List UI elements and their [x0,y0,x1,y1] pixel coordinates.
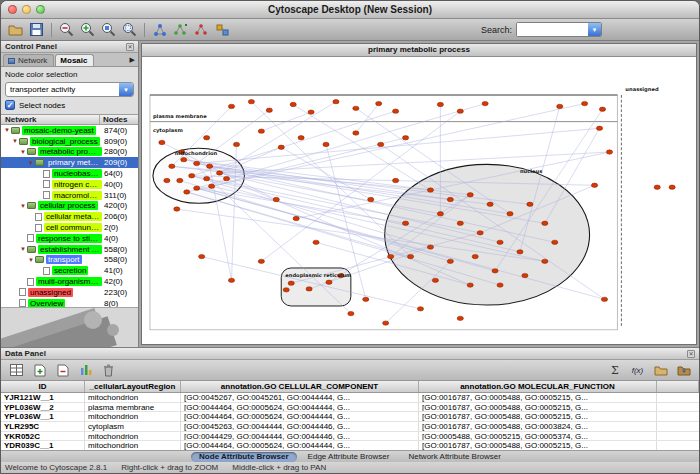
select-attributes-icon[interactable] [7,361,26,379]
tree-row[interactable]: nitrogen compo...40(0) [1,179,138,190]
toolbar-separator [51,23,52,37]
column-header[interactable]: annotation.GO CELLULAR_COMPONENT [181,381,419,392]
tab-edge-attribute-browser[interactable]: Edge Attribute Browser [300,452,398,462]
expander-icon[interactable]: ▼ [19,149,27,155]
close-button[interactable] [8,5,17,14]
create-attribute-icon[interactable] [30,361,49,379]
data-panel-toolbar-right: Σ f(x) [605,361,693,379]
tree-row[interactable]: macromolecule...311(0) [1,190,138,201]
attribute-table-body: YJR121W__1mitochondrion[GO:0045267, GO:0… [1,393,699,450]
tree-header-nodes[interactable]: Nodes [100,115,138,124]
zoom-selected-icon[interactable] [99,21,118,39]
equation-icon[interactable]: Σ [605,361,624,379]
tree-row-nodes-count: 41(0) [102,266,138,275]
attribute-table-header: ID_cellularLayoutRegionannotation.GO CEL… [1,381,699,393]
table-cell: mitochondrion [85,393,181,402]
tree-row-label: cellular process [38,201,98,210]
table-row[interactable]: YPL036W__1mitochondrion[GO:0044464, GO:0… [1,412,699,422]
float-panel-icon[interactable]: ✕ [126,43,134,51]
function-builder-icon[interactable]: f(x) [628,361,647,379]
tree-row[interactable]: ▼cellular process420(0) [1,201,138,212]
expander-icon[interactable]: ▼ [11,138,19,144]
tree-row[interactable]: unassigned223(0) [1,287,138,298]
tree-row-label: response to stimu... [36,234,102,243]
tree-row-nodes-count: 311(0) [102,191,138,200]
select-nodes-checkbox[interactable]: ✓ [5,100,15,110]
tree-row[interactable]: response to stimu...4(0) [1,233,138,244]
expander-icon[interactable]: ▼ [27,257,35,263]
zoom-out-icon[interactable] [57,21,76,39]
table-row[interactable]: YDR039C__1mitochondrion[GO:0044464, GO:0… [1,441,699,450]
table-row[interactable]: YLR295Ccytoplasm[GO:0045263, GO:0044444,… [1,422,699,432]
expander-icon[interactable]: ▼ [19,246,27,252]
tree-row[interactable]: cell communica...2(0) [1,222,138,233]
column-header[interactable]: annotation.GO MOLECULAR_FUNCTION [419,381,657,392]
tree-row[interactable]: ▼primary metabo...209(0) [1,157,138,168]
function-builder-label: f(x) [632,366,644,375]
column-header[interactable]: _cellularLayoutRegion [85,381,181,392]
tree-row[interactable]: multi-organism pro...42(0) [1,276,138,287]
expander-icon[interactable]: ▼ [27,160,35,166]
tree-row-label: nucleobase... [52,169,102,178]
page-icon [27,234,34,242]
tree-row[interactable]: secretion41(0) [1,265,138,276]
tree-row[interactable]: Overview8(0) [1,298,138,307]
search-input[interactable] [517,23,588,36]
table-cell: YJR121W__1 [1,393,85,402]
page-icon [19,288,26,296]
tab-mosaic[interactable]: Mosaic [55,54,94,66]
minimize-button[interactable] [22,5,31,14]
tab-network-attribute-browser[interactable]: Network Attribute Browser [400,452,508,462]
delete-attribute-icon[interactable] [53,361,72,379]
tree-row-nodes-count: 558(0) [102,255,138,264]
float-panel-icon[interactable]: ✕ [687,350,695,358]
import-table-icon[interactable] [674,361,693,379]
tree-row[interactable]: ▼biological_process809(0) [1,136,138,147]
node-color-dropdown[interactable]: transporter activity ▼ [5,82,134,97]
tree-row-label: nitrogen compo... [52,180,102,189]
attribute-table: ID_cellularLayoutRegionannotation.GO CEL… [1,381,699,450]
network-canvas[interactable]: plasma membranecytoplasmmitochondrionnuc… [142,57,696,344]
search-dropdown-icon[interactable]: ▼ [588,23,601,36]
network-canvas-svg[interactable]: plasma membranecytoplasmmitochondrionnuc… [142,57,696,344]
create-network-icon[interactable] [171,21,190,39]
network-tab-icon [8,58,15,64]
svg-text:endoplasmic reticulum: endoplasmic reticulum [285,272,351,279]
table-cell: plasma membrane [85,403,181,412]
table-row[interactable]: YPL036W__2plasma membrane[GO:0044464, GO… [1,403,699,413]
table-row[interactable]: YKR052Cmitochondrion[GO:0044429, GO:0044… [1,432,699,442]
toolbar-separator [144,23,145,37]
tab-network[interactable]: Network [3,54,54,66]
tree-row[interactable]: ▼mosaic-demo-yeast874(0) [1,125,138,136]
table-cell: [GO:0016787, GO:0005488, GO:0005215, G..… [419,412,657,421]
collapse-panel-icon[interactable]: ▶ [130,56,135,64]
network-view-title[interactable]: primary metabolic process [142,44,696,57]
tab-node-attribute-browser[interactable]: Node Attribute Browser [191,452,297,462]
page-icon [35,224,42,232]
tree-row[interactable]: nucleobase...64(0) [1,168,138,179]
table-cell: [GO:0044464, GO:0005624, GO:0044444, G..… [181,412,419,421]
destroy-network-icon[interactable] [192,21,211,39]
zoom-in-icon[interactable] [78,21,97,39]
attribute-batch-editor-icon[interactable] [76,361,95,379]
vizmapper-icon[interactable] [213,21,232,39]
tree-row[interactable]: ▼metabolic process280(0) [1,147,138,158]
main-area: Control Panel ✕ Network Mosaic ▶ Node co… [1,41,699,347]
tree-row[interactable]: ▼transport558(0) [1,255,138,266]
tree-header-network[interactable]: Network [1,115,100,124]
trash-icon[interactable] [99,361,118,379]
window-titlebar[interactable]: Cytoscape Desktop (New Session) [1,1,699,19]
open-folder-icon[interactable] [651,361,670,379]
zoom-button[interactable] [36,5,45,14]
zoom-fit-icon[interactable] [120,21,139,39]
table-cell: [GO:0016787, GO:0005488, GO:0003824, G..… [419,422,657,431]
network-overview-icon[interactable] [150,21,169,39]
table-row[interactable]: YJR121W__1mitochondrion[GO:0045267, GO:0… [1,393,699,403]
column-header[interactable]: ID [1,381,85,392]
tree-row[interactable]: cellular metabo...206(0) [1,211,138,222]
expander-icon[interactable]: ▼ [3,127,11,133]
save-session-icon[interactable] [27,21,46,39]
tree-row[interactable]: ▼establishment of lo...558(0) [1,244,138,255]
open-session-icon[interactable] [6,21,25,39]
expander-icon[interactable]: ▼ [19,203,27,209]
